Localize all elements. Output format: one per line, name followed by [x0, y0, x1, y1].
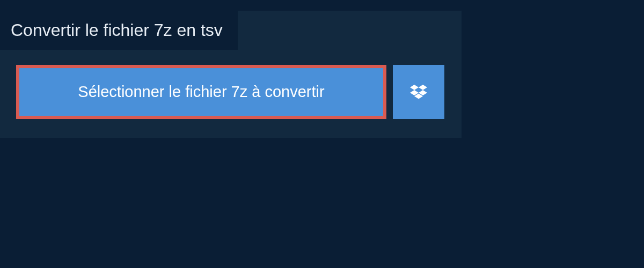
converter-panel: Convertir le fichier 7z en tsv Sélection…: [0, 11, 462, 138]
select-file-label: Sélectionner le fichier 7z à convertir: [78, 83, 324, 101]
select-file-button[interactable]: Sélectionner le fichier 7z à convertir: [16, 65, 386, 119]
action-row: Sélectionner le fichier 7z à convertir: [0, 50, 462, 119]
dropbox-button[interactable]: [393, 65, 444, 119]
page-title: Convertir le fichier 7z en tsv: [0, 11, 238, 50]
dropbox-icon: [410, 85, 427, 100]
